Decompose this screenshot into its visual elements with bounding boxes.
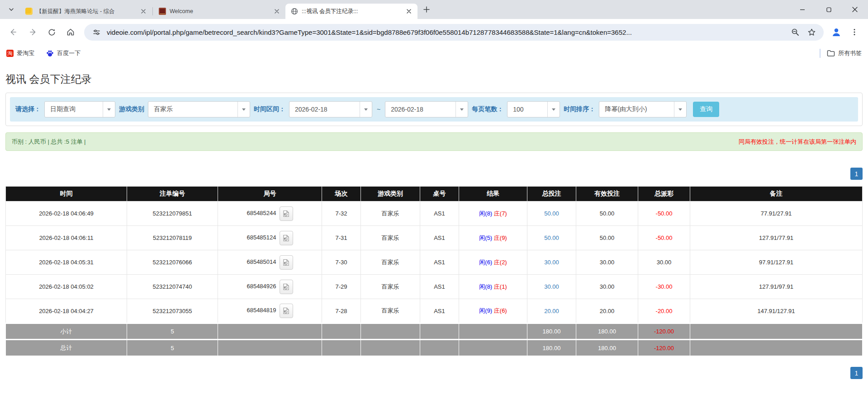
globe-icon (291, 8, 298, 15)
summary-label: 小计 (6, 323, 127, 340)
cell-game-type: 百家乐 (361, 226, 420, 250)
tab-close-icon[interactable] (139, 7, 147, 15)
reload-icon (47, 28, 56, 37)
media-replay-icon (283, 307, 289, 314)
zoom-icon[interactable] (789, 26, 801, 38)
home-button[interactable] (62, 23, 80, 41)
cell-payout: -50.00 (638, 226, 690, 250)
media-replay-button[interactable] (280, 206, 293, 221)
cell-result: 闲(9) 庄(6) (459, 299, 527, 323)
page-size-select[interactable]: 100 (507, 101, 560, 117)
cell-session: 7-29 (322, 275, 361, 299)
tab-title: :::视讯 会员下注纪录::: (302, 8, 401, 15)
reload-button[interactable] (43, 23, 61, 41)
summary-empty-cell (322, 340, 361, 356)
time-sort-select[interactable]: 降幂(由大到小) (599, 101, 687, 117)
cell-game-type: 百家乐 (361, 201, 420, 226)
browser-menu-button[interactable] (845, 23, 863, 41)
time-sort-label: 时间排序： (564, 105, 595, 113)
date-to-select[interactable]: 2026-02-18 (385, 101, 468, 117)
query-mode-select[interactable]: 日期查询 (44, 101, 115, 117)
bookmarks-divider (820, 49, 821, 58)
forward-button[interactable] (24, 23, 42, 41)
page-1-button[interactable]: 1 (850, 168, 863, 180)
cell-round: 685484926 (218, 275, 322, 299)
address-bar[interactable]: videoie.com/ipl/portal.php/game/betrecor… (84, 24, 824, 41)
cell-table-no: AS1 (420, 226, 459, 250)
all-bookmarks-label: 所有书签 (838, 49, 862, 57)
taobao-icon: 淘 (6, 50, 14, 57)
total-bet-link[interactable]: 50.00 (544, 210, 559, 217)
tab-close-icon[interactable] (405, 7, 413, 15)
bookmarks-bar: 淘 爱淘宝 百度一下 所有书签 (0, 45, 868, 61)
dropdown-arrow-icon (455, 102, 468, 117)
bookmark-star-icon[interactable] (806, 26, 817, 38)
col-header-table-no: 桌号 (420, 187, 459, 201)
minimize-button[interactable] (789, 0, 816, 19)
tab-bet-records[interactable]: :::视讯 会员下注纪录::: (285, 4, 417, 19)
cell-time: 2026-02-18 04:05:02 (6, 275, 127, 299)
col-header-bet-id: 注单编号 (127, 187, 218, 201)
round-number: 685485124 (247, 234, 276, 241)
subtotal-row: 小计5180.00180.00-120.00 (6, 323, 863, 340)
tab-strip: 【新提醒】海燕策略论坛 - 综合 Welcome :::视讯 会员下注纪录::: (0, 0, 868, 19)
total-bet-link[interactable]: 50.00 (544, 234, 559, 241)
summary-empty-cell (218, 340, 322, 356)
cell-bet-id: 523212073055 (127, 299, 218, 323)
date-from-select[interactable]: 2026-02-18 (289, 101, 372, 117)
cell-game-type: 百家乐 (361, 250, 420, 275)
profile-avatar-button[interactable] (828, 24, 844, 40)
cell-table-no: AS1 (420, 250, 459, 275)
page-content: 视讯 会员下注纪录 请选择： 日期查询 游戏类别 百家乐 时间区间： 2026-… (0, 72, 868, 379)
total-row: 总计5180.00180.00-120.00 (6, 340, 863, 356)
summary-label: 总计 (6, 340, 127, 356)
result-banker: 庄(2) (494, 259, 507, 266)
url-text[interactable]: videoie.com/ipl/portal.php/game/betrecor… (107, 28, 785, 36)
maximize-button[interactable] (816, 0, 842, 19)
tab-search-button[interactable] (5, 3, 18, 16)
tab-divider (152, 7, 153, 15)
dropdown-arrow-icon (237, 102, 250, 117)
total-bet-link[interactable]: 20.00 (544, 308, 559, 314)
cell-bet-id: 523212078119 (127, 226, 218, 250)
bookmark-baidu[interactable]: 百度一下 (46, 49, 81, 57)
all-bookmarks-button[interactable]: 所有书签 (827, 49, 862, 57)
cell-result: 闲(5) 庄(9) (459, 226, 527, 250)
bookmark-aitaobao[interactable]: 淘 爱淘宝 (6, 49, 34, 57)
media-replay-button[interactable] (280, 304, 293, 318)
total-bet-link[interactable]: 30.00 (544, 259, 559, 266)
cell-bet-id: 523212074740 (127, 275, 218, 299)
media-replay-button[interactable] (280, 231, 293, 245)
close-window-button[interactable] (842, 0, 868, 19)
pagination-bottom: 1 (5, 367, 863, 379)
currency-summary: 币别 : 人民币 | 总共 :5 注单 | (12, 138, 86, 146)
search-button[interactable]: 查询 (693, 102, 719, 117)
media-replay-button[interactable] (280, 280, 293, 294)
bookmarks-right-group: 所有书签 (820, 49, 862, 58)
cell-valid-bet: 20.00 (576, 299, 638, 323)
cell-result: 闲(6) 庄(2) (459, 250, 527, 275)
summary-valid-bet: 180.00 (576, 323, 638, 340)
result-banker: 庄(9) (494, 234, 507, 241)
game-type-select[interactable]: 百家乐 (148, 101, 250, 117)
col-header-remark: 备注 (690, 187, 863, 201)
cell-time: 2026-02-18 04:04:27 (6, 299, 127, 323)
page-1-button[interactable]: 1 (850, 367, 863, 379)
game-type-value: 百家乐 (148, 105, 237, 113)
summary-count: 5 (127, 340, 218, 356)
table-row: 2026-02-18 04:05:02523212074740685484926… (6, 275, 863, 299)
tab-title: 【新提醒】海燕策略论坛 - 综合 (36, 8, 136, 15)
tab-welcome[interactable]: Welcome (153, 4, 285, 19)
media-replay-button[interactable] (280, 255, 293, 270)
back-button[interactable] (5, 23, 23, 41)
total-bet-link[interactable]: 30.00 (544, 283, 559, 290)
table-row: 2026-02-18 04:04:27523212073055685484819… (6, 299, 863, 323)
summary-empty-cell (420, 323, 459, 340)
tab-close-icon[interactable] (273, 7, 281, 15)
new-tab-button[interactable] (420, 3, 433, 16)
folder-icon (827, 50, 835, 57)
summary-valid-bet: 180.00 (576, 340, 638, 356)
summary-empty-cell (361, 323, 420, 340)
tab-forum[interactable]: 【新提醒】海燕策略论坛 - 综合 (20, 4, 152, 19)
site-info-icon[interactable] (90, 26, 102, 38)
